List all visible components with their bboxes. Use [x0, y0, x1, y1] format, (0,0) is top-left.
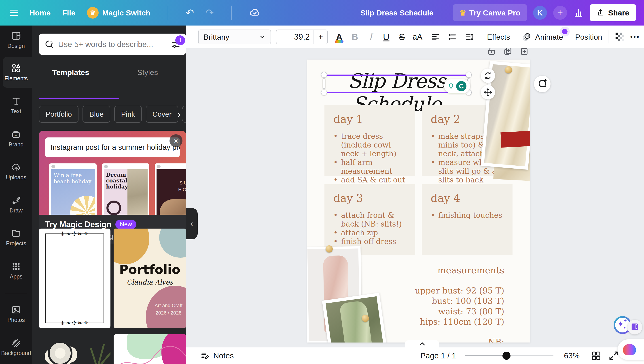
selection-handle-w[interactable]	[323, 78, 325, 89]
assistant-logo-icon: C	[456, 81, 466, 91]
undo-icon[interactable]: ↶	[186, 8, 194, 18]
red-swatch[interactable]	[500, 131, 530, 148]
insights-icon[interactable]	[573, 8, 584, 18]
portfolio-author: Claudia Alves	[114, 278, 186, 286]
sidebar-item-brand[interactable]: co. Brand	[0, 126, 32, 151]
poster-3-line: SUMM	[156, 179, 186, 186]
frame	[45, 234, 104, 323]
sidebar-item-photos[interactable]: Photos	[0, 301, 32, 326]
magic-switch-button[interactable]: ♛ Magic Switch	[87, 7, 150, 19]
template-thumb-abstract[interactable]	[114, 334, 186, 364]
grid-view-button[interactable]	[591, 351, 601, 361]
help-docs-button[interactable]	[628, 320, 642, 334]
text-toolbar: Brittany − 39,2 + A B I U S aA Effects	[186, 26, 644, 48]
line-spacing-button[interactable]	[464, 30, 475, 44]
magic-poster-2: Dream coastal holiday	[102, 163, 149, 222]
tab-templates[interactable]: Templates	[32, 58, 109, 82]
day-3-card[interactable]: day 3 •attach front & back (NB: slits!) …	[324, 184, 415, 255]
add-member-button[interactable]: +	[553, 6, 567, 20]
template-thumb-kraft-floral[interactable]	[39, 334, 110, 364]
italic-button[interactable]: I	[365, 30, 376, 44]
zoom-slider[interactable]	[465, 355, 554, 356]
avatar[interactable]: K	[533, 6, 547, 20]
selection-handle-nw[interactable]	[321, 72, 327, 78]
bullet-list-button[interactable]	[447, 30, 458, 44]
sidebar-item-uploads[interactable]: Uploads	[0, 159, 32, 184]
zoom-slider-thumb[interactable]	[502, 352, 510, 360]
template-thumb-portfolio[interactable]: Portfolio Claudia Alves Art and Craft 20…	[114, 229, 186, 328]
close-icon[interactable]: ×	[170, 134, 182, 147]
text-color-button[interactable]: A	[334, 30, 345, 44]
zoom-slider-fill	[465, 355, 506, 356]
text-align-button[interactable]	[430, 30, 441, 44]
notes-button[interactable]: Notes	[200, 351, 234, 360]
day-1-card[interactable]: day 1 •trace dress (include cowl neck + …	[324, 105, 415, 176]
selection-handle-ne[interactable]	[466, 72, 472, 78]
measurements-title: measurements	[357, 265, 504, 276]
blob	[159, 229, 186, 258]
fullscreen-button[interactable]	[609, 351, 618, 361]
position-button[interactable]: Position	[575, 33, 602, 41]
selection-handle-sw[interactable]	[321, 90, 327, 95]
sidebar-divider	[5, 294, 27, 294]
brush-circle-graphic	[106, 201, 121, 215]
text-case-button[interactable]: aA	[412, 30, 423, 44]
template-thumb-border-document[interactable]: ⚜❧✣❧⚜ ⚜❧✣❧⚜	[39, 229, 110, 328]
magic-design-card[interactable]: Instagram post for a summer holiday prom…	[39, 131, 186, 244]
extension-assistant-button[interactable]	[618, 339, 644, 360]
design-page[interactable]: Slip Dress Schedule day 1 •trace dress (…	[307, 60, 530, 342]
font-size-increase-button[interactable]: +	[314, 30, 327, 44]
more-options-button[interactable]: •••	[630, 30, 641, 44]
chip-pink[interactable]: Pink	[114, 106, 142, 123]
move-button[interactable]	[481, 85, 495, 99]
search-filter-button[interactable]: 1	[171, 39, 181, 49]
day-3-item: attach zip	[341, 229, 378, 237]
tab-styles[interactable]: Styles	[109, 58, 186, 82]
document-title[interactable]: Slip Dress Schedule	[360, 9, 433, 17]
green-dress-photo[interactable]	[322, 293, 389, 342]
sidebar-item-background[interactable]: Background	[0, 334, 32, 359]
sidebar-item-text[interactable]: Text	[0, 93, 32, 118]
chips-scroll-right-button[interactable]: ›	[174, 109, 184, 120]
sidebar-item-elements[interactable]: Elements	[0, 60, 32, 85]
effects-button[interactable]: Effects	[487, 33, 510, 41]
chip-blue[interactable]: Blue	[82, 106, 110, 123]
sidebar-item-apps[interactable]: Apps	[0, 258, 32, 283]
menu-icon[interactable]	[10, 8, 18, 18]
file-button[interactable]: File	[62, 9, 75, 17]
day-3-label: day 3	[334, 192, 409, 204]
zoom-level[interactable]: 63%	[564, 351, 580, 360]
rotate-button[interactable]	[481, 69, 495, 83]
chip-portfolio[interactable]: Portfolio	[39, 106, 78, 123]
sparkle-icon: ✦	[618, 319, 624, 328]
search-bar[interactable]: 1	[39, 34, 186, 55]
sidebar-item-draw[interactable]: Draw	[0, 192, 32, 217]
collapse-panel-button[interactable]: ‹	[186, 208, 198, 239]
selection-border-top	[324, 75, 469, 76]
transparency-button[interactable]	[614, 30, 626, 44]
underline-button[interactable]: U	[380, 30, 392, 44]
home-button[interactable]: Home	[30, 9, 50, 17]
share-button[interactable]: Share	[590, 4, 636, 21]
try-canva-pro-button[interactable]: ♛ Try Canva Pro	[453, 4, 526, 21]
sidebar-item-projects[interactable]: Projects	[0, 225, 32, 250]
font-size-decrease-button[interactable]: −	[276, 30, 290, 44]
animate-button[interactable]: Animate	[522, 32, 563, 42]
expand-pages-button[interactable]	[405, 340, 440, 347]
font-size-value[interactable]: 39,2	[290, 30, 314, 44]
book-icon	[630, 323, 639, 331]
search-input[interactable]	[58, 40, 167, 49]
poster-dot	[157, 165, 160, 168]
crown-icon: ♛	[87, 7, 98, 19]
add-comment-button[interactable]	[534, 76, 550, 92]
redo-icon[interactable]: ↷	[206, 8, 214, 18]
font-select[interactable]: Brittany	[198, 30, 271, 44]
bold-button[interactable]: B	[349, 30, 360, 44]
svg-text:co.: co.	[14, 134, 17, 136]
day-4-card[interactable]: day 4 •finishing touches	[422, 184, 512, 255]
fern-graphic	[90, 348, 98, 364]
writing-assistant-widget[interactable]: C	[444, 79, 470, 93]
sidebar-item-design[interactable]: Design	[0, 27, 32, 52]
poster-dot	[104, 165, 108, 168]
strikethrough-button[interactable]: S	[396, 30, 408, 44]
